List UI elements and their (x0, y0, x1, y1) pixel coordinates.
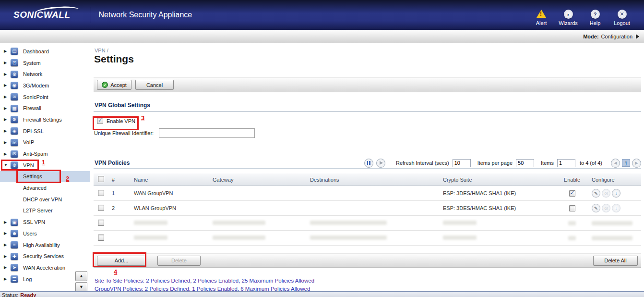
breadcrumb[interactable]: VPN / (95, 48, 108, 53)
sidebar-item-label: Advanced (23, 185, 47, 191)
sidebar-item-ssl-vpn[interactable]: ▶ ▣ SSL VPN (0, 216, 90, 228)
sidebar-item-vpn-advanced[interactable]: Advanced (0, 182, 90, 194)
sidebar-item-label: Firewall Settings (23, 117, 62, 123)
sidebar-item-dpi-ssl[interactable]: ▶ ◈ DPI-SSL (0, 125, 90, 137)
expand-arrow-icon[interactable]: ▶ (4, 61, 10, 65)
edit-policy-button[interactable]: ✎ (592, 204, 600, 212)
expand-arrow-icon[interactable]: ▶ (4, 117, 10, 122)
policy-row-1: 1 WAN GroupVPN ESP: 3DES/HMAC SHA1 (IKE)… (94, 186, 641, 201)
items-per-page-input[interactable] (516, 159, 534, 167)
sidebar-item-sonicpoint[interactable]: ▶ ≋ SonicPoint (0, 91, 90, 103)
sidebar-item-voip[interactable]: ▶ ☏ VoIP (0, 137, 90, 148)
policy-enable-checkbox[interactable] (569, 205, 575, 211)
redacted-gateway (213, 235, 265, 240)
sidebar-item-l2tp-server[interactable]: L2TP Server (0, 205, 90, 217)
sidebar-item-dashboard[interactable]: ▶ ▤ Dashboard (0, 46, 90, 57)
page-number[interactable]: 1 (622, 159, 630, 167)
export-policy-button[interactable]: ↓ (612, 204, 620, 212)
sidebar-scroll-down-button[interactable]: ▼ (75, 282, 87, 292)
sidebar-item-dhcp-over-vpn[interactable]: DHCP over VPN (0, 194, 90, 205)
delete-selected-button: Delete (157, 256, 201, 266)
expand-arrow-icon[interactable]: ▶ (4, 254, 10, 259)
sidebar-item-vpn-settings[interactable]: Settings (0, 171, 90, 183)
expand-arrow-icon[interactable]: ▶ (4, 243, 10, 247)
play-refresh-button[interactable] (376, 159, 385, 168)
delete-all-button[interactable]: Delete All (593, 256, 638, 266)
expand-arrow-icon[interactable]: ▶ (4, 49, 10, 53)
sidebar-scroll-up-button[interactable]: ▲ (75, 271, 87, 281)
sidebar-item-label: Users (23, 231, 37, 236)
pause-refresh-button[interactable] (364, 159, 373, 168)
sidebar-item-label: Settings (23, 173, 42, 179)
page-next-button[interactable]: ▶ (632, 159, 641, 168)
expand-arrow-icon[interactable]: ▶ (4, 83, 10, 87)
sidebar-item-network[interactable]: ▶ ⊕ Network (0, 68, 90, 80)
enable-vpn-checkbox[interactable] (97, 118, 103, 124)
sidebar-item-label: WAN Acceleration (23, 265, 65, 271)
expand-arrow-icon[interactable]: ▶ (4, 140, 10, 145)
header-action-logout[interactable]: ✕ Logout (608, 4, 635, 26)
expand-arrow-icon[interactable]: ▶ (4, 220, 10, 224)
policy-crypto-suite: ESP: 3DES/HMAC SHA1 (IKE) (443, 205, 516, 211)
mode-expand-icon[interactable] (636, 34, 639, 39)
header-action-help[interactable]: ? Help (582, 4, 608, 26)
expand-arrow-icon[interactable]: ▼ (4, 163, 10, 167)
header-action-wizards[interactable]: ◗ Wizards (555, 4, 582, 26)
add-policy-button[interactable]: Add... (97, 256, 146, 266)
page-title: Settings (94, 53, 134, 65)
vpn-policies-heading: VPN Policies (94, 160, 130, 166)
select-all-checkbox[interactable] (98, 176, 104, 182)
expand-arrow-icon[interactable]: ▶ (4, 129, 10, 133)
row-select-checkbox[interactable] (98, 190, 104, 196)
expand-arrow-icon[interactable]: ▶ (4, 231, 10, 235)
sidebar-item-3g-modem[interactable]: ▶ ◉ 3G/Modem (0, 80, 90, 91)
sidebar-item-icon: ▤ (11, 48, 18, 55)
expand-arrow-icon[interactable]: ▶ (4, 152, 10, 156)
page-prev-button[interactable]: ◀ (611, 159, 620, 168)
expand-arrow-icon[interactable]: ▶ (4, 72, 10, 76)
column-header-destinations: Destinations (309, 177, 442, 183)
sidebar-item-firewall-settings[interactable]: ▶ ⚙ Firewall Settings (0, 114, 90, 125)
expand-arrow-icon[interactable]: ▶ (4, 265, 10, 270)
items-per-page-label: Items per page (477, 160, 513, 166)
edit-policy-button[interactable]: ✎ (592, 189, 600, 198)
sidebar-item-firewall[interactable]: ▶ ▩ Firewall (0, 102, 90, 114)
status-bar: Status:Ready (0, 291, 644, 297)
items-start-input[interactable] (557, 159, 575, 167)
redacted-crypto (443, 221, 477, 225)
sidebar-item-high-availability[interactable]: ▶ ≡ High Availability (0, 239, 90, 251)
sidebar-item-icon: ⊚ (11, 161, 18, 169)
column-header-name: Name (133, 177, 212, 183)
policy-enable-checkbox[interactable] (569, 190, 575, 197)
sidebar-item-security-services[interactable]: ▶ ✚ Security Services (0, 250, 90, 262)
refresh-interval-input[interactable] (453, 159, 471, 167)
sidebar-item-vpn[interactable]: ▼ ⊚ VPN (0, 160, 90, 171)
redacted-enable (568, 221, 576, 225)
expand-arrow-icon[interactable]: ▶ (4, 106, 10, 111)
sidebar-item-icon: ☏ (11, 139, 18, 146)
header-action-label: Help (582, 20, 608, 26)
mode-bar: Mode: Configuration (0, 30, 644, 43)
enable-vpn-row: Enable VPN (97, 118, 135, 124)
expand-arrow-icon[interactable]: ▶ (4, 95, 10, 99)
column-header-enable: Enable (552, 177, 591, 183)
row-select-checkbox[interactable] (98, 235, 104, 241)
sidebar-item-icon: ≡ (11, 241, 18, 248)
sidebar-item-system[interactable]: ▶ ⊡ System (0, 57, 90, 69)
mode-value[interactable]: Configuration (601, 34, 632, 39)
row-select-checkbox[interactable] (98, 205, 104, 211)
export-policy-button[interactable]: ↓ (612, 189, 620, 198)
sidebar-item-label: SSL VPN (23, 219, 45, 225)
expand-arrow-icon[interactable]: ▶ (4, 277, 10, 281)
redacted-crypto (443, 235, 477, 240)
delete-policy-button: ⊘ (602, 204, 610, 212)
accept-button[interactable]: ✓ Accept (97, 80, 131, 90)
sidebar-item-anti-spam[interactable]: ▶ ✉ Anti-Spam (0, 148, 90, 160)
row-select-checkbox[interactable] (98, 220, 104, 226)
sidebar-item-label: Anti-Spam (23, 151, 48, 157)
header-action-alert[interactable]: Alert (528, 4, 555, 26)
unique-firewall-identifier-input[interactable] (159, 128, 255, 138)
redacted-destinations (310, 221, 387, 225)
cancel-button[interactable]: Cancel (135, 80, 174, 90)
sidebar-item-users[interactable]: ▶ ☻ Users (0, 228, 90, 239)
